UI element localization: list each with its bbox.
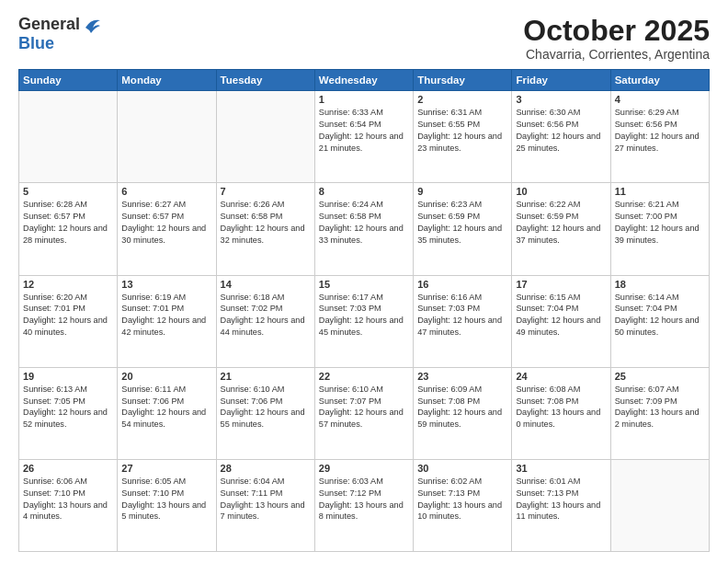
day-number: 13 — [121, 279, 211, 290]
day-cell — [19, 91, 118, 183]
day-cell: 12Sunrise: 6:20 AM Sunset: 7:01 PM Dayli… — [19, 275, 118, 367]
day-number: 9 — [417, 186, 507, 197]
day-info: Sunrise: 6:14 AM Sunset: 7:04 PM Dayligh… — [615, 292, 705, 339]
day-info: Sunrise: 6:10 AM Sunset: 7:06 PM Dayligh… — [221, 384, 311, 431]
day-number: 26 — [23, 463, 113, 474]
day-info: Sunrise: 6:20 AM Sunset: 7:01 PM Dayligh… — [23, 292, 113, 339]
day-cell: 14Sunrise: 6:18 AM Sunset: 7:02 PM Dayli… — [216, 275, 314, 367]
day-cell: 5Sunrise: 6:28 AM Sunset: 6:57 PM Daylig… — [19, 183, 118, 275]
day-cell: 16Sunrise: 6:16 AM Sunset: 7:03 PM Dayli… — [414, 275, 512, 367]
day-info: Sunrise: 6:11 AM Sunset: 7:06 PM Dayligh… — [121, 384, 211, 431]
day-cell: 20Sunrise: 6:11 AM Sunset: 7:06 PM Dayli… — [118, 367, 216, 459]
logo-general: General — [18, 16, 80, 34]
day-info: Sunrise: 6:03 AM Sunset: 7:12 PM Dayligh… — [319, 476, 409, 523]
header-thursday: Thursday — [414, 70, 512, 91]
calendar-table: Sunday Monday Tuesday Wednesday Thursday… — [18, 69, 710, 552]
day-cell: 18Sunrise: 6:14 AM Sunset: 7:04 PM Dayli… — [610, 275, 709, 367]
calendar-title: October 2025 — [523, 15, 710, 47]
day-number: 19 — [23, 371, 113, 382]
day-number: 18 — [615, 279, 705, 290]
day-cell: 15Sunrise: 6:17 AM Sunset: 7:03 PM Dayli… — [314, 275, 413, 367]
header: General Blue October 2025 Chavarria, Cor… — [18, 15, 710, 62]
day-info: Sunrise: 6:28 AM Sunset: 6:57 PM Dayligh… — [23, 199, 113, 247]
day-cell: 1Sunrise: 6:33 AM Sunset: 6:54 PM Daylig… — [314, 91, 413, 183]
day-cell: 17Sunrise: 6:15 AM Sunset: 7:04 PM Dayli… — [512, 275, 610, 367]
day-number: 17 — [516, 279, 606, 290]
header-row: Sunday Monday Tuesday Wednesday Thursday… — [19, 70, 710, 91]
day-info: Sunrise: 6:10 AM Sunset: 7:07 PM Dayligh… — [319, 384, 409, 431]
day-number: 31 — [516, 463, 606, 474]
day-number: 30 — [417, 463, 507, 474]
logo-blue: Blue — [18, 35, 102, 53]
page: General Blue October 2025 Chavarria, Cor… — [0, 0, 728, 563]
day-info: Sunrise: 6:33 AM Sunset: 6:54 PM Dayligh… — [319, 107, 409, 155]
day-cell: 21Sunrise: 6:10 AM Sunset: 7:06 PM Dayli… — [216, 367, 314, 459]
header-tuesday: Tuesday — [216, 70, 314, 91]
day-number: 24 — [516, 371, 606, 382]
day-info: Sunrise: 6:31 AM Sunset: 6:55 PM Dayligh… — [417, 107, 507, 155]
day-info: Sunrise: 6:27 AM Sunset: 6:57 PM Dayligh… — [121, 199, 211, 247]
header-wednesday: Wednesday — [314, 70, 413, 91]
day-info: Sunrise: 6:13 AM Sunset: 7:05 PM Dayligh… — [23, 384, 113, 431]
day-cell: 28Sunrise: 6:04 AM Sunset: 7:11 PM Dayli… — [216, 459, 314, 551]
week-row-4: 26Sunrise: 6:06 AM Sunset: 7:10 PM Dayli… — [19, 459, 710, 551]
logo-bird-icon — [82, 15, 102, 35]
day-cell — [610, 459, 709, 551]
day-info: Sunrise: 6:07 AM Sunset: 7:09 PM Dayligh… — [615, 384, 705, 431]
title-section: October 2025 Chavarria, Corrientes, Arge… — [523, 15, 710, 62]
week-row-1: 5Sunrise: 6:28 AM Sunset: 6:57 PM Daylig… — [19, 183, 710, 275]
day-cell: 6Sunrise: 6:27 AM Sunset: 6:57 PM Daylig… — [118, 183, 216, 275]
day-info: Sunrise: 6:19 AM Sunset: 7:01 PM Dayligh… — [121, 292, 211, 339]
day-cell: 19Sunrise: 6:13 AM Sunset: 7:05 PM Dayli… — [19, 367, 118, 459]
day-number: 3 — [516, 94, 606, 105]
header-monday: Monday — [118, 70, 216, 91]
day-cell: 24Sunrise: 6:08 AM Sunset: 7:08 PM Dayli… — [512, 367, 610, 459]
day-number: 29 — [319, 463, 409, 474]
day-info: Sunrise: 6:15 AM Sunset: 7:04 PM Dayligh… — [516, 292, 606, 339]
logo-text: General Blue — [18, 15, 102, 53]
day-cell: 27Sunrise: 6:05 AM Sunset: 7:10 PM Dayli… — [118, 459, 216, 551]
day-number: 14 — [221, 279, 311, 290]
header-sunday: Sunday — [19, 70, 118, 91]
day-info: Sunrise: 6:30 AM Sunset: 6:56 PM Dayligh… — [516, 107, 606, 155]
calendar-subtitle: Chavarria, Corrientes, Argentina — [523, 47, 710, 62]
week-row-3: 19Sunrise: 6:13 AM Sunset: 7:05 PM Dayli… — [19, 367, 710, 459]
day-cell: 2Sunrise: 6:31 AM Sunset: 6:55 PM Daylig… — [414, 91, 512, 183]
day-number: 27 — [121, 463, 211, 474]
day-cell: 13Sunrise: 6:19 AM Sunset: 7:01 PM Dayli… — [118, 275, 216, 367]
day-number: 22 — [319, 371, 409, 382]
day-info: Sunrise: 6:24 AM Sunset: 6:58 PM Dayligh… — [319, 199, 409, 247]
day-number: 23 — [417, 371, 507, 382]
day-info: Sunrise: 6:01 AM Sunset: 7:13 PM Dayligh… — [516, 476, 606, 523]
day-number: 6 — [121, 186, 211, 197]
day-info: Sunrise: 6:16 AM Sunset: 7:03 PM Dayligh… — [417, 292, 507, 339]
day-number: 7 — [221, 186, 311, 197]
week-row-0: 1Sunrise: 6:33 AM Sunset: 6:54 PM Daylig… — [19, 91, 710, 183]
day-number: 11 — [615, 186, 705, 197]
day-info: Sunrise: 6:26 AM Sunset: 6:58 PM Dayligh… — [221, 199, 311, 247]
day-info: Sunrise: 6:23 AM Sunset: 6:59 PM Dayligh… — [417, 199, 507, 247]
day-number: 28 — [221, 463, 311, 474]
day-cell: 29Sunrise: 6:03 AM Sunset: 7:12 PM Dayli… — [314, 459, 413, 551]
day-number: 10 — [516, 186, 606, 197]
day-number: 16 — [417, 279, 507, 290]
day-info: Sunrise: 6:09 AM Sunset: 7:08 PM Dayligh… — [417, 384, 507, 431]
day-cell: 4Sunrise: 6:29 AM Sunset: 6:56 PM Daylig… — [610, 91, 709, 183]
day-cell: 8Sunrise: 6:24 AM Sunset: 6:58 PM Daylig… — [314, 183, 413, 275]
day-number: 4 — [615, 94, 705, 105]
day-cell: 31Sunrise: 6:01 AM Sunset: 7:13 PM Dayli… — [512, 459, 610, 551]
header-friday: Friday — [512, 70, 610, 91]
day-cell: 10Sunrise: 6:22 AM Sunset: 6:59 PM Dayli… — [512, 183, 610, 275]
day-cell: 7Sunrise: 6:26 AM Sunset: 6:58 PM Daylig… — [216, 183, 314, 275]
day-info: Sunrise: 6:18 AM Sunset: 7:02 PM Dayligh… — [221, 292, 311, 339]
day-info: Sunrise: 6:05 AM Sunset: 7:10 PM Dayligh… — [121, 476, 211, 523]
day-info: Sunrise: 6:21 AM Sunset: 7:00 PM Dayligh… — [615, 199, 705, 247]
day-cell: 9Sunrise: 6:23 AM Sunset: 6:59 PM Daylig… — [414, 183, 512, 275]
day-info: Sunrise: 6:08 AM Sunset: 7:08 PM Dayligh… — [516, 384, 606, 431]
day-cell — [216, 91, 314, 183]
day-number: 21 — [221, 371, 311, 382]
day-info: Sunrise: 6:02 AM Sunset: 7:13 PM Dayligh… — [417, 476, 507, 523]
day-cell: 26Sunrise: 6:06 AM Sunset: 7:10 PM Dayli… — [19, 459, 118, 551]
day-info: Sunrise: 6:22 AM Sunset: 6:59 PM Dayligh… — [516, 199, 606, 247]
day-cell — [118, 91, 216, 183]
